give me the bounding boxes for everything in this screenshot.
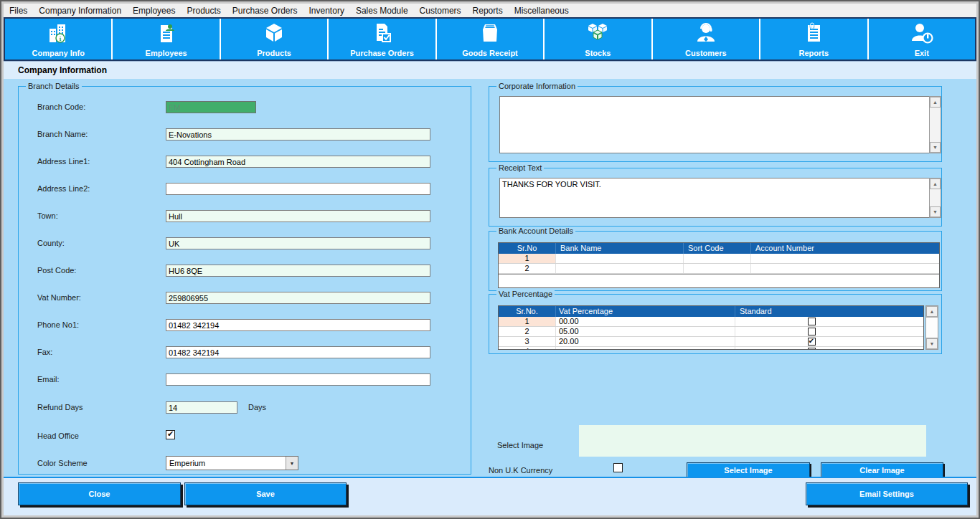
head-office-checkbox[interactable]: ✔ — [166, 430, 175, 439]
county-label: County: — [37, 239, 65, 247]
branch-name-field[interactable] — [166, 128, 430, 141]
receipt-text-group: Receipt Text THANKS FOR YOUR VISIT. ▲ ▼ — [489, 168, 942, 227]
bank-row1-account-number[interactable] — [751, 254, 939, 263]
post-code-field[interactable] — [166, 265, 430, 277]
save-button[interactable]: Save — [184, 482, 347, 505]
email-settings-button[interactable]: Email Settings — [806, 482, 968, 505]
toolbar-employees-button[interactable]: Employees — [113, 19, 219, 59]
phone-no1-field[interactable] — [166, 319, 430, 331]
menu-files[interactable]: Files — [4, 4, 33, 17]
receipt-text-legend: Receipt Text — [496, 163, 544, 173]
toolbar-company-info-button[interactable]: i Company Info — [5, 19, 111, 59]
bank-row2-account-number[interactable] — [751, 264, 939, 273]
refund-days-field[interactable] — [166, 401, 237, 414]
employees-icon — [154, 21, 179, 45]
scroll-down-icon[interactable]: ▼ — [930, 206, 941, 217]
scroll-down-icon[interactable]: ▼ — [926, 338, 938, 349]
bank-table-row[interactable]: 1 — [499, 254, 939, 264]
select-image-button[interactable]: Select Image — [687, 462, 810, 477]
bank-table-header: Sr.No Bank Name Sort Code Account Number — [499, 243, 939, 254]
vat-row1-percentage[interactable]: 00.00 — [556, 317, 735, 326]
menu-employees[interactable]: Employees — [127, 4, 181, 17]
menu-customers[interactable]: Customers — [414, 4, 467, 17]
corporate-scrollbar[interactable]: ▲ ▼ — [929, 96, 941, 153]
toolbar-purchase-orders-button[interactable]: Purchase Orders — [329, 19, 435, 59]
vat-row4-percentage[interactable] — [556, 347, 735, 350]
bank-row2-bank-name[interactable] — [556, 264, 684, 273]
toolbar-customers-button[interactable]: Customers — [653, 19, 759, 59]
receipt-scrollbar[interactable]: ▲ ▼ — [929, 178, 941, 218]
corporate-information-group: Corporate Information ▲ ▼ — [489, 86, 942, 162]
toolbar-products-button[interactable]: Products — [221, 19, 327, 59]
branch-details-legend: Branch Details — [26, 82, 82, 91]
address-line2-field[interactable] — [166, 183, 430, 195]
bank-row1-bank-name[interactable] — [556, 254, 684, 263]
scroll-up-icon[interactable]: ▲ — [930, 97, 941, 108]
menu-reports[interactable]: Reports — [467, 4, 509, 17]
stocks-cubes-icon — [585, 21, 611, 45]
vat-table-row[interactable]: 3 20.00 ✔ — [499, 337, 923, 347]
menu-sales-module[interactable]: Sales Module — [350, 4, 414, 17]
receipt-text-textarea[interactable]: THANKS FOR YOUR VISIT. — [499, 178, 930, 218]
chevron-down-icon[interactable]: ▼ — [286, 457, 298, 470]
scroll-up-icon[interactable]: ▲ — [930, 178, 941, 189]
bank-row1-srno: 1 — [499, 254, 556, 263]
toolbar-exit-button[interactable]: Exit — [869, 19, 975, 59]
email-field[interactable] — [166, 373, 430, 386]
toolbar-reports-button[interactable]: Reports — [760, 19, 867, 59]
toolbar-products-label: Products — [257, 49, 291, 58]
close-button[interactable]: Close — [18, 482, 181, 505]
image-preview-box — [579, 425, 926, 457]
vat-scrollbar[interactable]: ▲ ▼ — [925, 305, 938, 350]
bank-row1-sort-code[interactable] — [684, 254, 751, 263]
vat-percentage-legend: Vat Percentage — [496, 290, 555, 299]
footer-bar: Close Save Email Settings — [4, 477, 976, 515]
menu-company-information[interactable]: Company Information — [33, 4, 127, 17]
fax-field[interactable] — [166, 346, 430, 358]
address-line1-field[interactable] — [166, 156, 430, 168]
scrollbar-thumb[interactable] — [926, 317, 938, 338]
corporate-information-textarea[interactable] — [499, 96, 930, 153]
vat-row2-standard-checkbox[interactable] — [808, 328, 816, 335]
vat-table-row[interactable]: 2 05.00 — [499, 327, 923, 337]
toolbar-goods-receipt-button[interactable]: Goods Receipt — [437, 19, 543, 59]
scroll-down-icon[interactable]: ▼ — [930, 142, 941, 153]
vat-row1-standard-checkbox[interactable] — [808, 318, 816, 325]
vat-table-header: Sr.No. Vat Percentage Standard — [499, 306, 923, 317]
menu-purchase-orders[interactable]: Purchase Orders — [227, 4, 303, 17]
menu-miscellaneous[interactable]: Miscellaneous — [509, 4, 575, 17]
goods-receipt-icon — [477, 21, 503, 45]
bank-table-empty-area — [499, 274, 939, 288]
bank-table: Sr.No Bank Name Sort Code Account Number… — [498, 242, 940, 288]
post-code-label: Post Code: — [37, 266, 76, 275]
refund-days-suffix: Days — [248, 403, 266, 411]
vat-row4-standard-checkbox[interactable] — [808, 348, 816, 350]
branch-code-field[interactable] — [166, 101, 256, 113]
color-scheme-dropdown[interactable]: Emperium ▼ — [166, 456, 298, 470]
clear-image-button[interactable]: Clear Image — [821, 462, 943, 477]
exit-power-icon — [909, 21, 935, 45]
vat-row3-standard-checkbox[interactable]: ✔ — [808, 338, 816, 346]
vat-table-row[interactable]: 4 — [499, 347, 923, 350]
non-uk-currency-checkbox[interactable] — [613, 463, 623, 472]
menu-products[interactable]: Products — [181, 4, 226, 17]
toolbar-stocks-button[interactable]: Stocks — [545, 19, 651, 59]
app-window: Files Company Information Employees Prod… — [0, 0, 980, 519]
scroll-up-icon[interactable]: ▲ — [926, 306, 938, 317]
vat-row3-percentage[interactable]: 20.00 — [556, 337, 735, 346]
menu-inventory[interactable]: Inventory — [303, 4, 350, 17]
vat-header-standard: Standard — [735, 306, 923, 317]
county-field[interactable] — [166, 237, 430, 249]
vat-header-srno: Sr.No. — [499, 306, 556, 317]
town-label: Town: — [37, 211, 58, 220]
bank-header-account-number: Account Number — [751, 243, 939, 254]
vat-number-field[interactable] — [166, 292, 430, 304]
vat-row2-percentage[interactable]: 05.00 — [556, 327, 735, 336]
customers-icon — [694, 21, 718, 45]
town-field[interactable] — [166, 210, 430, 222]
page-title: Company Information — [4, 61, 976, 79]
bank-row2-sort-code[interactable] — [684, 264, 751, 273]
refund-days-label: Refund Days — [37, 403, 83, 411]
vat-table-row[interactable]: 1 00.00 — [499, 317, 923, 327]
bank-table-row[interactable]: 2 — [499, 264, 939, 274]
